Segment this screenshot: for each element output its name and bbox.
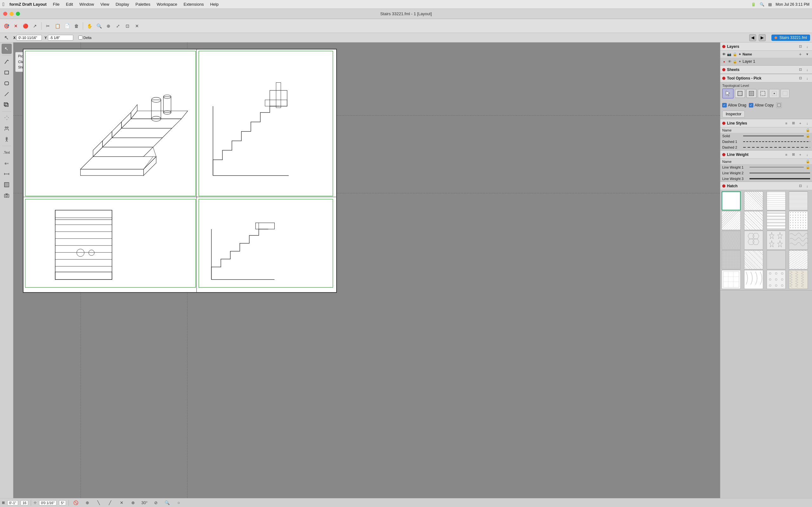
layers-add-btn[interactable]: + [798,51,803,57]
line-weight-list-icon[interactable]: ≡ [783,152,789,158]
lw-row-1[interactable]: Line Weight 1 🔒 [720,164,812,170]
hatch-pattern-grid-pat[interactable] [767,191,786,210]
sb-tool-9[interactable]: 🔍 [163,498,171,507]
hatch-pattern-cross[interactable] [744,211,763,230]
topo-solid-btn[interactable] [735,89,745,98]
line-weight-add-icon[interactable]: + [798,152,803,158]
apple-menu[interactable]:  [3,2,4,7]
tb-copy-btn[interactable]: 📋 [53,21,62,31]
hatch-pattern-checker[interactable] [767,211,786,230]
hatch-pattern-solid[interactable] [767,250,786,269]
nav-prev-btn[interactable]: ◀ [749,34,756,41]
tool-dimension[interactable] [2,169,12,179]
tb-paste-btn[interactable]: 📄 [62,21,71,31]
tb-zoom-out-btn[interactable]: ✕ [133,21,142,31]
lw-row-3[interactable]: Line Weight 3 [720,176,812,181]
sb-tool-3[interactable]: ╲ [94,498,103,507]
allow-options-btn[interactable] [776,102,782,108]
sb-tool-2[interactable]: ⊕ [83,498,92,507]
hatch-pattern-thin-diag[interactable] [789,250,808,269]
tb-zoom-area-btn[interactable]: ⊕ [104,21,113,31]
sb-tool-5[interactable]: ✕ [117,498,126,507]
canvas-area[interactable]: Pick: Selects Entities Click: Begin Area… [13,43,720,498]
tool-options-collapse-icon[interactable]: ↓ [804,75,810,81]
sb-tool-7[interactable]: 30° [140,498,149,507]
delta-check[interactable] [78,36,83,40]
tool-figure[interactable] [2,134,12,145]
tool-symbol[interactable]: ⊗× [2,158,12,168]
file-badge[interactable]: Stairs 33221.fml [771,35,810,41]
tb-red-btn[interactable]: 🔴 [21,21,30,31]
tool-camera[interactable] [2,190,12,201]
y-input[interactable] [48,35,73,41]
layers-resize-icon[interactable]: ⊡ [798,44,803,49]
tool-rectangle[interactable] [2,67,12,78]
line-weight-grid-icon[interactable]: ⊞ [791,152,796,158]
hatch-pattern-19[interactable] [789,270,808,289]
sheets-collapse-icon[interactable]: ↓ [804,67,810,72]
menu-file[interactable]: File [50,1,62,7]
menu-help[interactable]: Help [207,1,221,7]
search-icon[interactable]: 🔍 [760,2,764,7]
menu-display[interactable]: Display [113,1,132,7]
line-style-dashed1-row[interactable]: Dashed 1 [720,139,812,145]
sheets-resize-icon[interactable]: ⊡ [798,67,803,72]
hatch-pattern-rough[interactable] [789,231,808,250]
layer-eye-all[interactable]: 👁 [722,52,726,56]
inspector-button[interactable]: Inspector [722,111,745,118]
line-styles-add-icon[interactable]: + [798,120,803,126]
menu-workspace[interactable]: Workspace [154,1,180,7]
layers-menu-btn[interactable]: ▾ [804,51,810,57]
hatch-pattern-17[interactable] [744,270,763,289]
hatch-pattern-grid2[interactable] [722,250,741,269]
lw-row-2[interactable]: Line Weight 2 [720,170,812,176]
layer-1-star[interactable]: ✦ [739,60,741,64]
menu-palettes[interactable]: Palettes [133,1,153,7]
tool-hatch[interactable] [2,180,12,190]
tool-options-resize-icon[interactable]: ⊡ [798,75,803,81]
layer-lock-all[interactable]: 🔒 [733,52,737,56]
line-styles-grid-icon[interactable]: ⊞ [791,120,796,126]
tool-pick[interactable]: ↖ [2,44,12,54]
layer-1-lock[interactable]: 🔒 [733,60,737,64]
layers-collapse-icon[interactable]: ↓ [804,44,810,49]
sb-tool-4[interactable]: ╱ [106,498,114,507]
tool-pen[interactable] [2,57,12,67]
hatch-pattern-diag2[interactable] [722,211,741,230]
layer-star-all[interactable]: ✦ [739,52,741,56]
topo-edge-btn[interactable] [758,89,768,98]
menu-window[interactable]: Window [77,1,96,7]
pick-tool-indicator[interactable]: ↖ [2,33,11,42]
minimize-button[interactable] [9,12,14,16]
tb-arrow-btn[interactable]: ↗ [31,21,39,31]
tool-line[interactable] [2,89,12,99]
maximize-button[interactable] [16,12,20,16]
topo-extra-btn[interactable] [780,89,790,98]
hatch-pattern-dense[interactable] [789,191,808,210]
line-styles-list-icon[interactable]: ≡ [783,120,789,126]
tool-move[interactable] [2,113,12,123]
sb-tool-10[interactable]: ○ [174,498,183,507]
hatch-pattern-dots[interactable] [789,211,808,230]
hatch-resize-icon[interactable]: ⊡ [798,183,803,189]
layer-cam-all[interactable]: 📷 [727,52,731,56]
sb-tool-6[interactable]: ⊗ [129,498,137,507]
allow-drag-check[interactable]: ✓ [722,103,727,107]
line-weight-collapse-icon[interactable]: ↓ [804,152,810,158]
tb-zoom-fit-btn[interactable]: ⤢ [113,21,122,31]
menu-view[interactable]: View [98,1,112,7]
menu-extensions[interactable]: Extensions [181,1,206,7]
hatch-pattern-crosshatch[interactable] [744,250,763,269]
line-style-solid-row[interactable]: Solid 🔒 [720,133,812,139]
tb-target-btn[interactable]: 🎯 [2,21,11,31]
hatch-pattern-18[interactable] [767,270,786,289]
menu-edit[interactable]: Edit [63,1,75,7]
tb-cut-btn[interactable]: ✂ [44,21,52,31]
hatch-pattern-empty[interactable] [722,191,741,210]
tool-rounded-rect[interactable] [2,78,12,89]
tb-zoom-frame-btn[interactable]: ⊡ [123,21,132,31]
tb-x-btn[interactable]: ✕ [11,21,20,31]
nav-next-btn[interactable]: ▶ [759,34,766,41]
layer-1-eye[interactable]: 👁 [728,60,731,63]
tb-zoom-in-btn[interactable]: 🔍 [95,21,103,31]
